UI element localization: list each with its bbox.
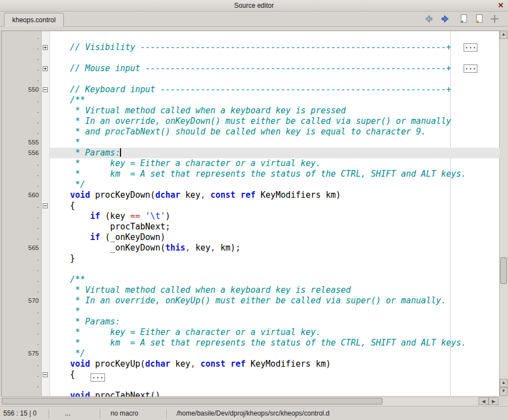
line-number[interactable]: . [2, 201, 42, 211]
line-number[interactable]: 560 [2, 190, 42, 201]
line-number[interactable]: 555 [2, 137, 42, 148]
fold-gutter[interactable]: − [42, 369, 50, 380]
line-number[interactable]: 575 [2, 348, 42, 359]
line-number[interactable]: . [2, 74, 42, 84]
code-row[interactable]: .+ // Mouse input ----------------------… [2, 63, 500, 74]
code-row[interactable]: .− { [2, 201, 500, 211]
line-number[interactable]: . [2, 317, 42, 327]
line-number[interactable]: . [2, 106, 42, 116]
folded-code-hint[interactable]: ... [464, 43, 477, 52]
detach-editor-icon[interactable] [490, 14, 500, 24]
page-green-marker-icon[interactable] [459, 14, 469, 24]
line-number[interactable]: 570 [2, 296, 42, 306]
fold-expand-icon[interactable]: + [43, 66, 48, 71]
code-row[interactable]: . * km = A set that represents the statu… [2, 338, 500, 348]
code-row[interactable]: 555 * [2, 137, 500, 148]
line-number[interactable]: . [2, 53, 42, 63]
code-row[interactable]: . [2, 53, 500, 63]
horizontal-scrollbar-thumb[interactable] [2, 398, 383, 404]
code-row[interactable]: . void procKeyUp(dchar key, const ref Ke… [2, 359, 500, 369]
line-number[interactable]: . [2, 274, 42, 285]
code-row[interactable]: . [2, 32, 500, 42]
line-number[interactable]: . [2, 285, 42, 296]
line-number[interactable]: . [2, 179, 42, 190]
code-row[interactable]: . if (_onKeyDown) [2, 232, 500, 243]
code-row[interactable]: . */ [2, 179, 500, 190]
line-number[interactable]: . [2, 127, 42, 137]
folded-code-hint[interactable]: ... [464, 64, 477, 73]
code-row[interactable]: . [2, 264, 500, 274]
fold-gutter[interactable]: − [42, 84, 50, 95]
line-number[interactable]: . [2, 169, 42, 179]
vertical-scrollbar-thumb[interactable] [500, 257, 507, 284]
line-number[interactable]: . [2, 116, 42, 127]
line-number[interactable]: . [2, 211, 42, 222]
line-number[interactable]: . [2, 42, 42, 53]
code-row[interactable]: 575 */ [2, 348, 500, 359]
code-row[interactable]: . void procTabNext() [2, 391, 500, 397]
line-number[interactable]: 556 [2, 148, 42, 158]
fold-collapse-icon[interactable]: − [43, 372, 48, 377]
code-row[interactable]: . * and procTabNext() should be called w… [2, 127, 500, 137]
horizontal-scrollbar[interactable]: ◀ ▶ [1, 396, 499, 405]
code-row[interactable]: 556 * Params: [2, 148, 500, 158]
code-row[interactable]: . [2, 74, 500, 84]
page-orange-marker-icon[interactable] [474, 14, 484, 24]
code-editor[interactable]: ..+ // Visibility ----------------------… [1, 31, 500, 397]
line-number[interactable]: . [2, 158, 42, 169]
code-row[interactable]: 565 _onKeyDown(this, key, km); [2, 243, 500, 253]
nav-back-icon[interactable] [424, 14, 434, 24]
vertical-scrollbar[interactable]: ▲ ▲ ▼ [499, 31, 507, 396]
line-number[interactable]: . [2, 327, 42, 338]
line-number[interactable]: . [2, 32, 42, 42]
line-number[interactable]: . [2, 369, 42, 380]
code-row[interactable]: . * key = Either a character or a virtua… [2, 158, 500, 169]
code-row[interactable]: . * Params: [2, 317, 500, 327]
line-number[interactable]: 565 [2, 243, 42, 253]
close-icon[interactable]: ✕ [497, 0, 505, 11]
line-number[interactable]: . [2, 359, 42, 369]
line-number[interactable]: . [2, 253, 42, 264]
line-number[interactable]: . [2, 232, 42, 243]
fold-collapse-icon[interactable]: − [43, 203, 48, 208]
fold-gutter[interactable]: + [42, 63, 50, 74]
code-row[interactable]: . * Virtual method called when a keyboar… [2, 106, 500, 116]
code-row[interactable]: . * In an override, onKeyDown() must eit… [2, 116, 500, 127]
code-row[interactable]: . if (key == '\t') [2, 211, 500, 222]
code-row[interactable]: .+ // Visibility -----------------------… [2, 42, 500, 53]
code-row[interactable]: . [2, 380, 500, 391]
code-row[interactable]: . } [2, 253, 500, 264]
scroll-left-icon[interactable]: ◀ [479, 397, 489, 405]
code-row[interactable]: . /** [2, 274, 500, 285]
scroll-up-icon[interactable]: ▲ [500, 31, 507, 39]
code-row[interactable]: . * [2, 306, 500, 317]
line-number[interactable]: . [2, 391, 42, 397]
code-row[interactable]: . * Virtual method called when a keyboar… [2, 285, 500, 296]
fold-gutter[interactable]: + [42, 42, 50, 53]
line-number[interactable]: 550 [2, 84, 42, 95]
line-number[interactable]: . [2, 95, 42, 106]
fold-expand-icon[interactable]: + [43, 45, 48, 50]
scroll-up-icon[interactable]: ▲ [500, 379, 507, 387]
code-row[interactable]: . * km = A set that represents the statu… [2, 169, 500, 179]
scroll-right-icon[interactable]: ▶ [489, 397, 499, 405]
line-number[interactable]: . [2, 222, 42, 232]
nav-forward-icon[interactable] [440, 14, 450, 24]
line-number[interactable]: . [2, 264, 42, 274]
code-row[interactable]: . * key = Either a character or a virtua… [2, 327, 500, 338]
scroll-down-icon[interactable]: ▼ [500, 387, 507, 396]
fold-gutter[interactable]: − [42, 201, 50, 211]
fold-collapse-icon[interactable]: − [43, 87, 48, 92]
line-number[interactable]: . [2, 380, 42, 391]
code-row[interactable]: 570 * In an override, onKeyUp() must eit… [2, 296, 500, 306]
code-row[interactable]: 550− // Keyboard input -----------------… [2, 84, 500, 95]
code-row[interactable]: . procTabNext; [2, 222, 500, 232]
line-number[interactable]: . [2, 306, 42, 317]
tab-kheops-control[interactable]: kheops.control [4, 13, 64, 27]
code-row[interactable]: 560 void procKeyDown(dchar key, const re… [2, 190, 500, 201]
line-number[interactable]: . [2, 63, 42, 74]
code-row[interactable]: . /** [2, 95, 500, 106]
line-number[interactable]: . [2, 338, 42, 348]
code-row[interactable]: .− {... [2, 369, 500, 380]
titlebar[interactable]: Source editor ✕ [0, 0, 508, 12]
